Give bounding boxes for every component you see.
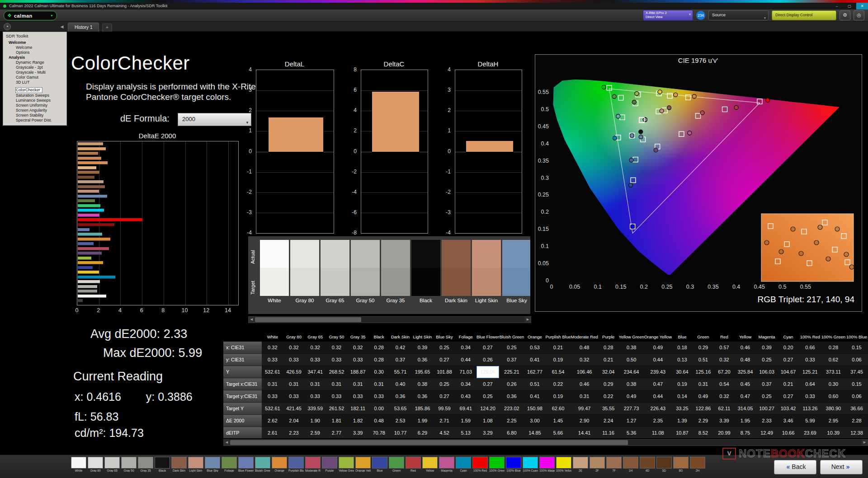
close-button[interactable]: ✕: [856, 3, 868, 9]
table-cell[interactable]: 30.64: [672, 366, 693, 378]
table-cell[interactable]: 113.26: [799, 403, 821, 415]
tab-history-1[interactable]: History 1: [68, 23, 99, 32]
table-cell[interactable]: 0.38: [411, 378, 434, 390]
table-cell[interactable]: 532.61: [262, 403, 283, 415]
table-cell[interactable]: 0.27: [778, 354, 799, 366]
patch-button-moderate-red[interactable]: Moderate Red: [305, 457, 321, 472]
patch-button-100-magenta[interactable]: 100% Magenta: [539, 457, 555, 472]
source-selector[interactable]: Source ▼: [708, 10, 769, 20]
table-cell[interactable]: 1.08: [476, 415, 500, 427]
table-cell[interactable]: 2.24: [598, 415, 619, 427]
patch-button-light-skin[interactable]: Light Skin: [188, 457, 203, 472]
table-cell[interactable]: 10.66: [778, 427, 799, 439]
table-cell[interactable]: 8.52: [693, 427, 714, 439]
patch-button-purple[interactable]: Purple: [322, 457, 337, 472]
table-cell[interactable]: 0.32: [347, 342, 368, 354]
table-cell[interactable]: 0.49: [619, 390, 644, 403]
table-cell[interactable]: 70.78: [368, 427, 389, 439]
table-cell[interactable]: 0.54: [714, 378, 735, 390]
patch-button-100-cyan[interactable]: 100% Cyan: [523, 457, 538, 472]
table-cell[interactable]: 0.48: [735, 354, 756, 366]
table-cell[interactable]: 0.46: [735, 342, 756, 354]
table-cell[interactable]: 0.33: [326, 354, 347, 366]
table-cell[interactable]: 0.19: [672, 378, 693, 390]
table-cell[interactable]: 12.49: [756, 427, 778, 439]
table-cell[interactable]: 0.25: [756, 390, 778, 403]
table-cell[interactable]: 2.25: [499, 415, 524, 427]
table-cell[interactable]: 0.33: [799, 390, 821, 403]
table-cell[interactable]: 0.51: [524, 378, 545, 390]
table-cell[interactable]: 53.65: [389, 403, 411, 415]
table-cell[interactable]: 5.13: [455, 427, 476, 439]
table-cell[interactable]: 339.59: [305, 403, 326, 415]
table-cell[interactable]: 2.77: [326, 427, 347, 439]
target-button[interactable]: ◎: [854, 10, 864, 20]
table-cell[interactable]: 11.08: [644, 427, 672, 439]
table-cell[interactable]: 14.85: [524, 427, 545, 439]
table-cell[interactable]: 0.06: [845, 354, 868, 366]
meter-selector[interactable]: X-Rite i1Pro 2 Direct View ▼: [643, 10, 693, 21]
table-cell[interactable]: 3.39: [347, 427, 368, 439]
patch-button-yellow-green[interactable]: Yellow Green: [339, 457, 354, 472]
table-cell[interactable]: 1.59: [455, 415, 476, 427]
table-cell[interactable]: 10.77: [389, 427, 411, 439]
table-cell[interactable]: 99.47: [571, 403, 598, 415]
patch-button-black[interactable]: Black: [155, 457, 170, 472]
table-cell[interactable]: 0.39: [411, 342, 434, 354]
patch-button-8g[interactable]: 8G: [673, 457, 689, 472]
table-cell[interactable]: 0.37: [756, 378, 778, 390]
patch-button-red[interactable]: Red: [406, 457, 421, 472]
table-cell[interactable]: 150.98: [524, 403, 545, 415]
table-cell[interactable]: 227.73: [619, 403, 644, 415]
table-cell[interactable]: 0.27: [778, 390, 799, 403]
table-cell[interactable]: 532.61: [262, 366, 283, 378]
table-cell[interactable]: 0.20: [778, 342, 799, 354]
table-cell[interactable]: 32.04: [598, 366, 619, 378]
table-cell[interactable]: 0.25: [476, 390, 500, 403]
table-cell[interactable]: 0.26: [476, 354, 500, 366]
table-cell[interactable]: 226.43: [644, 403, 672, 415]
table-cell[interactable]: 0.36: [389, 390, 411, 403]
table-cell[interactable]: 2.23: [283, 427, 304, 439]
patch-button-2e[interactable]: 2E: [573, 457, 588, 472]
table-cell[interactable]: 380.90: [821, 403, 845, 415]
table-cell[interactable]: 225.21: [499, 366, 524, 378]
table-cell[interactable]: 0.29: [693, 342, 714, 354]
table-cell[interactable]: 0.22: [598, 390, 619, 403]
settings-button[interactable]: ⚙: [840, 10, 850, 20]
patch-button-5d[interactable]: 5D: [656, 457, 672, 472]
table-cell[interactable]: 2.35: [644, 415, 672, 427]
table-cell[interactable]: 0.06: [845, 390, 868, 403]
table-cell[interactable]: 0.47: [735, 390, 756, 403]
patch-button-blue-sky[interactable]: Blue Sky: [205, 457, 220, 472]
patch-button-purplish-blue[interactable]: Purplish Blue: [288, 457, 304, 472]
patch-button-orange-yellow[interactable]: Orange Yellow: [355, 457, 371, 472]
patch-button-gray-35[interactable]: Gray 35: [138, 457, 153, 472]
sidebar-item-screen-uniformity[interactable]: Screen Uniformity: [3, 103, 66, 108]
patch-button-bluish-green[interactable]: Bluish Green: [255, 457, 270, 472]
patch-button-100-yellow[interactable]: 100% Yellow: [556, 457, 571, 472]
patch-button-1h[interactable]: 1H: [623, 457, 638, 472]
table-cell[interactable]: 0.31: [283, 378, 304, 390]
table-cell[interactable]: 234.64: [619, 366, 644, 378]
patch-button-white[interactable]: White: [71, 457, 86, 472]
patch-button-dark-skin[interactable]: Dark Skin: [171, 457, 187, 472]
sidebar-item-grayscale-2pt[interactable]: Grayscale - 2pt: [3, 65, 66, 70]
table-cell[interactable]: 103.42: [778, 403, 799, 415]
table-cell[interactable]: 1.81: [326, 415, 347, 427]
table-cell[interactable]: 0.41: [524, 390, 545, 403]
table-cell[interactable]: 0.25: [434, 342, 455, 354]
patch-button-yellow[interactable]: Yellow: [422, 457, 438, 472]
sidebar-item-screen-angularity[interactable]: Screen Angularity: [3, 108, 66, 113]
table-cell[interactable]: 0.21: [598, 354, 619, 366]
patch-button-100-blue[interactable]: 100% Blue: [506, 457, 521, 472]
table-cell[interactable]: 325.84: [735, 366, 756, 378]
patch-button-7f[interactable]: 7F: [606, 457, 622, 472]
table-cell[interactable]: 0.49: [693, 390, 714, 403]
table-cell[interactable]: 1.27: [619, 415, 644, 427]
table-cell[interactable]: 0.51: [693, 354, 714, 366]
table-cell[interactable]: 5.36: [619, 427, 644, 439]
table-cell[interactable]: 1.99: [411, 415, 434, 427]
sidebar-item-3d-lut[interactable]: 3D LUT: [3, 80, 66, 85]
table-cell[interactable]: 261.52: [326, 403, 347, 415]
